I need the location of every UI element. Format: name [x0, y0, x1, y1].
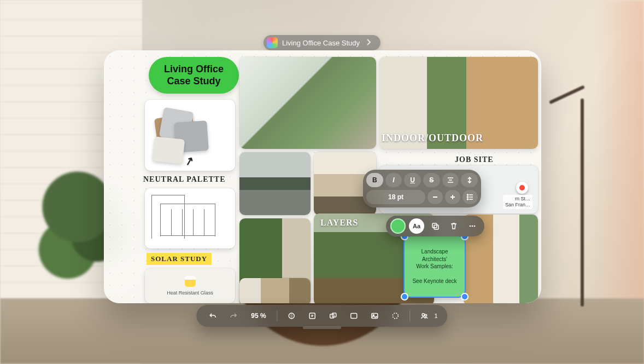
svg-point-16 — [422, 314, 424, 316]
board-title-line1: Living Office — [164, 63, 224, 74]
svg-rect-13 — [372, 314, 378, 319]
undo-button[interactable] — [206, 309, 219, 322]
solar-study-label: SOLAR STUDY — [147, 253, 212, 265]
decrease-size-button[interactable] — [428, 190, 443, 204]
sticky-tool-button[interactable] — [306, 309, 319, 322]
sketch-card[interactable] — [145, 188, 235, 249]
map-pin-icon — [516, 182, 528, 194]
background-lamp — [581, 99, 584, 307]
strikethrough-button[interactable]: S — [423, 173, 440, 187]
insert-tool-button[interactable] — [389, 309, 402, 322]
kitchen-photo[interactable] — [239, 278, 311, 303]
zoom-level[interactable]: 95 % — [248, 312, 269, 320]
align-button[interactable] — [442, 173, 459, 187]
svg-point-1 — [467, 197, 469, 198]
window-grabber[interactable] — [303, 326, 341, 329]
collaborator-count: 1 — [435, 313, 438, 319]
svg-rect-3 — [432, 223, 437, 228]
notes-caption: Heat Resistant Glass — [167, 290, 213, 296]
underline-button[interactable]: U — [404, 173, 421, 187]
svg-point-6 — [472, 226, 473, 227]
notes-app-icon — [185, 276, 196, 287]
map-address: rn St…San Fran… — [503, 195, 532, 209]
duplicate-button[interactable] — [428, 218, 443, 234]
main-toolbar: 95 % 1 — [196, 305, 447, 327]
notes-card[interactable]: Heat Resistant Glass — [145, 268, 235, 303]
selection-context-bar: Aa — [386, 216, 484, 236]
svg-point-5 — [470, 226, 471, 227]
green-office-photo[interactable] — [239, 57, 376, 149]
text-format-toolbar: B I U S 18 pt — [363, 170, 481, 207]
vertical-align-button[interactable] — [461, 173, 478, 187]
svg-point-2 — [467, 199, 469, 200]
toolbar-separator — [410, 310, 411, 321]
shapes-tool-button[interactable] — [327, 309, 340, 322]
more-button[interactable] — [465, 218, 480, 234]
app-icon — [267, 37, 278, 48]
svg-point-15 — [393, 313, 399, 319]
board-title-line2: Case Study — [167, 76, 220, 86]
delete-button[interactable] — [446, 218, 461, 234]
increase-size-button[interactable] — [445, 190, 460, 204]
window-title-pill[interactable]: Living Office Case Study — [264, 35, 380, 50]
neutral-palette-label: NEUTRAL PALETTE — [143, 175, 226, 184]
media-tool-button[interactable] — [368, 309, 382, 322]
svg-rect-9 — [310, 313, 315, 319]
text-style-button[interactable]: Aa — [409, 218, 424, 234]
italic-button[interactable]: I — [385, 173, 402, 187]
markup-tool-button[interactable] — [285, 309, 298, 322]
window-title: Living Office Case Study — [282, 39, 360, 47]
svg-rect-12 — [351, 314, 357, 319]
toolbar-separator — [277, 310, 278, 321]
svg-point-17 — [425, 314, 427, 316]
color-picker-button[interactable] — [390, 218, 406, 234]
svg-point-7 — [474, 226, 476, 227]
svg-point-0 — [467, 194, 469, 195]
layers-label: LAYERS — [320, 218, 358, 228]
redo-button[interactable] — [227, 309, 240, 322]
sticky-note-selected[interactable]: Landscape Architects' Work Samples: See … — [405, 236, 465, 297]
sticky-note-text: Landscape Architects' Work Samples: See … — [412, 248, 456, 285]
board-title-bubble[interactable]: Living Office Case Study — [149, 57, 239, 94]
indoor-outdoor-label: INDOOR/OUTDOOR — [382, 132, 483, 144]
jobsite-label: JOB SITE — [455, 155, 494, 164]
list-button[interactable] — [462, 190, 478, 204]
svg-rect-4 — [434, 225, 438, 229]
collaborate-button[interactable] — [418, 309, 431, 322]
glass-office-photo[interactable] — [239, 152, 311, 215]
font-size-display[interactable]: 18 pt — [366, 190, 425, 204]
chevron-right-icon — [364, 38, 373, 48]
text-tool-button[interactable] — [348, 309, 361, 322]
bold-button[interactable]: B — [366, 173, 383, 187]
